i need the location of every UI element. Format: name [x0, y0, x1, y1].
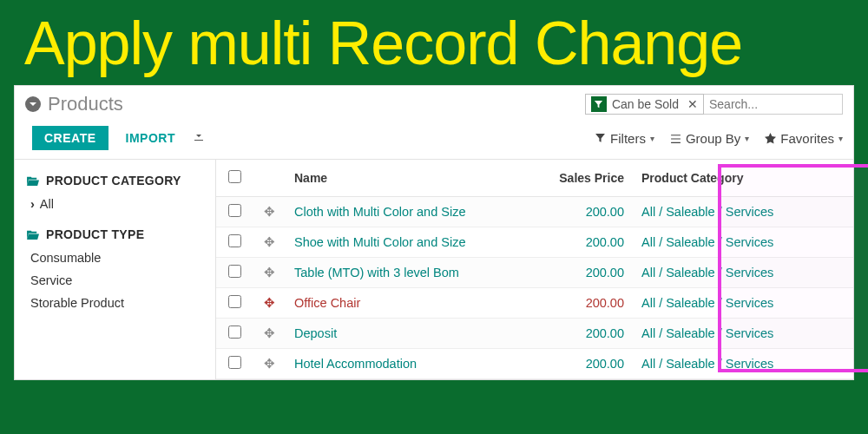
table-row[interactable]: ✥Deposit200.00All / Saleable / Services	[216, 319, 853, 349]
search-input[interactable]	[704, 94, 843, 115]
row-checkbox[interactable]	[228, 204, 241, 217]
row-spacer	[815, 227, 853, 258]
col-checkbox	[216, 160, 253, 197]
table-row[interactable]: ✥Hotel Accommodation200.00All / Saleable…	[216, 349, 853, 379]
breadcrumb[interactable]: Products	[25, 93, 578, 115]
row-price-cell: 200.00	[529, 197, 633, 227]
caret-down-icon: ▾	[650, 134, 654, 143]
category-link[interactable]: All / Saleable / Services	[641, 205, 773, 219]
toolbar: CREATE IMPORT Filters ▾ Group By ▾ Favor…	[15, 121, 853, 159]
groupby-dropdown[interactable]: Group By ▾	[670, 131, 749, 146]
caret-down-icon: ▾	[838, 134, 843, 143]
sidebar-item-label: Storable Product	[30, 296, 124, 310]
col-name[interactable]: Name	[286, 160, 529, 197]
row-name-cell: Hotel Accommodation	[286, 349, 529, 379]
row-category-cell: All / Saleable / Services	[633, 197, 815, 227]
select-all-checkbox[interactable]	[228, 170, 241, 183]
sidebar-item-type[interactable]: Storable Product	[27, 292, 203, 314]
move-icon[interactable]: ✥	[261, 205, 277, 219]
table-row[interactable]: ✥Shoe with Multi Color and Size200.00All…	[216, 227, 853, 258]
move-icon[interactable]: ✥	[261, 326, 277, 340]
row-price-cell: 200.00	[529, 349, 633, 379]
row-category-cell: All / Saleable / Services	[633, 288, 815, 319]
row-spacer	[815, 258, 853, 288]
close-icon[interactable]: ✕	[684, 97, 698, 111]
banner-title: Apply multi Record Change	[24, 10, 742, 77]
row-handle-cell: ✥	[253, 288, 286, 319]
row-handle-cell: ✥	[253, 227, 286, 258]
row-spacer	[815, 197, 853, 227]
app-window: Products Can be Sold ✕ CREATE IMPORT Fil…	[14, 85, 854, 380]
table-row[interactable]: ✥Office Chair200.00All / Saleable / Serv…	[216, 288, 853, 319]
row-spacer	[815, 288, 853, 319]
chevron-right-icon: ›	[30, 197, 35, 211]
row-checkbox[interactable]	[228, 326, 241, 339]
row-category-cell: All / Saleable / Services	[633, 319, 815, 349]
col-handle	[253, 160, 286, 197]
download-icon[interactable]	[193, 130, 205, 146]
table-row[interactable]: ✥Table (MTO) with 3 level Bom200.00All /…	[216, 258, 853, 288]
sidebar-item-type[interactable]: Consumable	[27, 247, 203, 269]
groupby-label: Group By	[686, 131, 740, 146]
products-table: Name Sales Price Product Category ✥Cloth…	[216, 160, 853, 379]
folder-open-icon	[27, 229, 40, 240]
move-icon[interactable]: ✥	[261, 357, 277, 371]
table-row[interactable]: ✥Cloth with Multi Color and Size200.00Al…	[216, 197, 853, 227]
favorites-dropdown[interactable]: Favorites ▾	[765, 131, 843, 146]
filter-icon	[591, 96, 607, 112]
row-handle-cell: ✥	[253, 349, 286, 379]
product-link[interactable]: Office Chair	[294, 296, 360, 310]
row-checkbox-cell	[216, 288, 253, 319]
col-spacer	[815, 160, 853, 197]
body: PRODUCT CATEGORY › All PRODUCT TYPE Cons…	[15, 159, 853, 379]
favorites-label: Favorites	[780, 131, 834, 146]
product-link[interactable]: Shoe with Multi Color and Size	[294, 235, 465, 249]
toolbar-right: Filters ▾ Group By ▾ Favorites ▾	[595, 131, 843, 146]
row-spacer	[815, 349, 853, 379]
sidebar-item-all[interactable]: › All	[27, 193, 203, 215]
category-link[interactable]: All / Saleable / Services	[641, 266, 773, 279]
row-name-cell: Shoe with Multi Color and Size	[286, 227, 529, 258]
row-checkbox-cell	[216, 349, 253, 379]
row-category-cell: All / Saleable / Services	[633, 227, 815, 258]
move-icon[interactable]: ✥	[261, 266, 277, 279]
row-category-cell: All / Saleable / Services	[633, 349, 815, 379]
sidebar-section-label: PRODUCT CATEGORY	[46, 174, 181, 187]
product-link[interactable]: Deposit	[294, 326, 337, 340]
row-name-cell: Office Chair	[286, 288, 529, 319]
sidebar-item-label: Service	[30, 273, 72, 287]
category-link[interactable]: All / Saleable / Services	[641, 235, 773, 249]
table-region: Name Sales Price Product Category ✥Cloth…	[216, 160, 853, 379]
chevron-down-icon[interactable]	[25, 96, 41, 112]
category-link[interactable]: All / Saleable / Services	[641, 296, 773, 310]
row-handle-cell: ✥	[253, 197, 286, 227]
sidebar-section-type: PRODUCT TYPE	[27, 222, 203, 247]
sidebar-section-category: PRODUCT CATEGORY	[27, 168, 203, 193]
col-price[interactable]: Sales Price	[529, 160, 633, 197]
category-link[interactable]: All / Saleable / Services	[641, 357, 773, 371]
product-link[interactable]: Table (MTO) with 3 level Bom	[294, 266, 459, 279]
row-price-cell: 200.00	[529, 319, 633, 349]
sidebar-section-label: PRODUCT TYPE	[46, 227, 144, 241]
row-handle-cell: ✥	[253, 319, 286, 349]
row-price-cell: 200.00	[529, 258, 633, 288]
filter-chip-label: Can be Sold	[612, 97, 679, 111]
caret-down-icon: ▾	[745, 134, 749, 143]
filters-dropdown[interactable]: Filters ▾	[595, 131, 654, 146]
row-checkbox[interactable]	[228, 234, 241, 247]
col-category[interactable]: Product Category	[633, 160, 815, 197]
sidebar-item-type[interactable]: Service	[27, 269, 203, 292]
move-icon[interactable]: ✥	[261, 235, 277, 249]
row-name-cell: Table (MTO) with 3 level Bom	[286, 258, 529, 288]
row-checkbox[interactable]	[228, 356, 241, 369]
product-link[interactable]: Hotel Accommodation	[294, 357, 417, 371]
move-icon[interactable]: ✥	[261, 296, 277, 310]
create-button[interactable]: CREATE	[32, 126, 108, 150]
row-checkbox[interactable]	[228, 265, 241, 278]
import-button[interactable]: IMPORT	[126, 131, 175, 145]
product-link[interactable]: Cloth with Multi Color and Size	[294, 205, 465, 219]
row-spacer	[815, 319, 853, 349]
category-link[interactable]: All / Saleable / Services	[641, 326, 773, 340]
filter-chip[interactable]: Can be Sold ✕	[585, 94, 704, 115]
row-checkbox[interactable]	[228, 295, 241, 308]
